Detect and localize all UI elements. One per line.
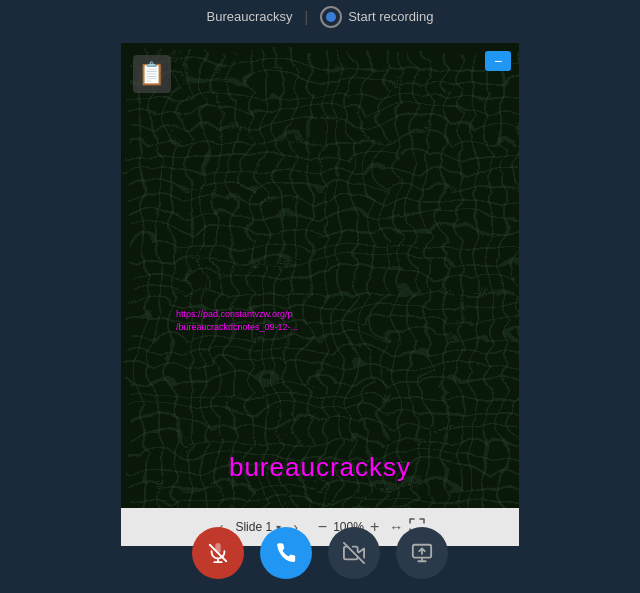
record-dot-wrapper: [320, 6, 342, 28]
video-button[interactable]: [328, 527, 380, 579]
slide-url-line1: https://pad.constantvzw.org/p: [176, 308, 298, 321]
mic-button[interactable]: [192, 527, 244, 579]
slide-url: https://pad.constantvzw.org/p /bureaucra…: [176, 308, 298, 333]
top-bar: Bureaucracksy | Start recording: [0, 0, 640, 33]
slide-wrapper: 📋 https://pad.constantvzw.org/p /bureauc…: [121, 43, 519, 546]
grid-background: [121, 43, 519, 508]
slide-canvas: 📋 https://pad.constantvzw.org/p /bureauc…: [121, 43, 519, 508]
record-label: Start recording: [348, 9, 433, 24]
phone-icon: [275, 542, 297, 564]
video-off-icon: [343, 542, 365, 564]
app-title: Bureaucracksy: [207, 9, 293, 24]
record-button[interactable]: Start recording: [320, 6, 433, 28]
slide-icon: 📋: [133, 55, 171, 93]
divider: |: [305, 9, 309, 25]
screen-share-icon: [411, 542, 433, 564]
svg-text:📋: 📋: [138, 60, 166, 87]
grid-svg: [121, 43, 519, 508]
screen-share-button[interactable]: [396, 527, 448, 579]
bottom-controls: [0, 527, 640, 579]
main-area: 📋 https://pad.constantvzw.org/p /bureauc…: [0, 33, 640, 556]
slide-title: bureaucracksy: [121, 452, 519, 483]
record-dot: [326, 12, 336, 22]
slide-url-line2: /bureaucrackdcnotes_09-12-...: [176, 321, 298, 334]
slide-minus-button[interactable]: −: [485, 51, 511, 71]
svg-rect-0: [121, 43, 519, 508]
mic-off-icon: [207, 542, 229, 564]
phone-button[interactable]: [260, 527, 312, 579]
